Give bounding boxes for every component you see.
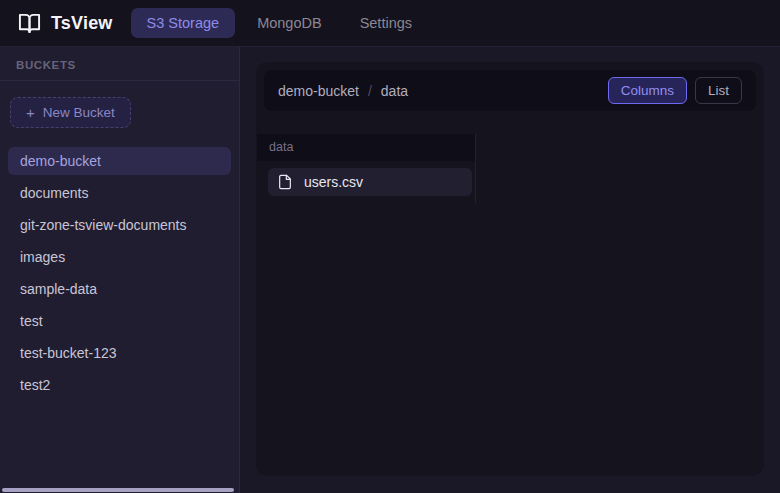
main-nav: S3 Storage MongoDB Settings: [131, 8, 428, 38]
list-view-button[interactable]: List: [695, 77, 742, 104]
file-name: users.csv: [304, 174, 363, 190]
main-area: demo-bucket / data Columns List data: [240, 47, 780, 493]
file-row-users-csv[interactable]: users.csv: [268, 168, 472, 196]
tab-mongodb[interactable]: MongoDB: [241, 8, 337, 38]
bucket-list: demo-bucket documents git-zone-tsview-do…: [0, 147, 239, 399]
new-bucket-label: New Bucket: [43, 105, 115, 120]
columns-area: data users.csv: [257, 134, 756, 204]
sidebar-item-test-bucket-123[interactable]: test-bucket-123: [8, 339, 231, 367]
column-data: data users.csv: [257, 134, 476, 204]
buckets-sidebar: BUCKETS + New Bucket demo-bucket documen…: [0, 47, 240, 493]
breadcrumb: demo-bucket / data: [278, 83, 408, 99]
sidebar-horizontal-scrollbar[interactable]: [2, 488, 234, 492]
breadcrumb-separator: /: [368, 83, 372, 99]
view-toggle-group: Columns List: [608, 77, 742, 104]
plus-icon: +: [26, 105, 35, 120]
new-bucket-button[interactable]: + New Bucket: [10, 97, 131, 128]
column-header: data: [257, 134, 475, 161]
sidebar-item-documents[interactable]: documents: [8, 179, 231, 207]
sidebar-item-images[interactable]: images: [8, 243, 231, 271]
breadcrumb-segment-bucket[interactable]: demo-bucket: [278, 83, 359, 99]
tab-settings[interactable]: Settings: [344, 8, 428, 38]
column-entries: users.csv: [257, 161, 475, 204]
sidebar-item-demo-bucket[interactable]: demo-bucket: [8, 147, 231, 175]
sidebar-item-test2[interactable]: test2: [8, 371, 231, 399]
app-logo: TsView: [18, 12, 113, 35]
app-title: TsView: [51, 13, 113, 34]
sidebar-item-git-zone-tsview-documents[interactable]: git-zone-tsview-documents: [8, 211, 231, 239]
app-header: TsView S3 Storage MongoDB Settings: [0, 0, 780, 47]
breadcrumb-segment-folder[interactable]: data: [381, 83, 408, 99]
content-panel: demo-bucket / data Columns List data: [256, 62, 764, 476]
sidebar-heading: BUCKETS: [0, 47, 239, 81]
book-open-icon: [18, 12, 41, 35]
columns-view-button[interactable]: Columns: [608, 77, 687, 104]
file-icon: [277, 174, 293, 190]
app-window: TsView S3 Storage MongoDB Settings BUCKE…: [0, 0, 780, 493]
sidebar-item-sample-data[interactable]: sample-data: [8, 275, 231, 303]
sidebar-item-test[interactable]: test: [8, 307, 231, 335]
tab-s3-storage[interactable]: S3 Storage: [131, 8, 236, 38]
toolbar: demo-bucket / data Columns List: [264, 70, 756, 111]
